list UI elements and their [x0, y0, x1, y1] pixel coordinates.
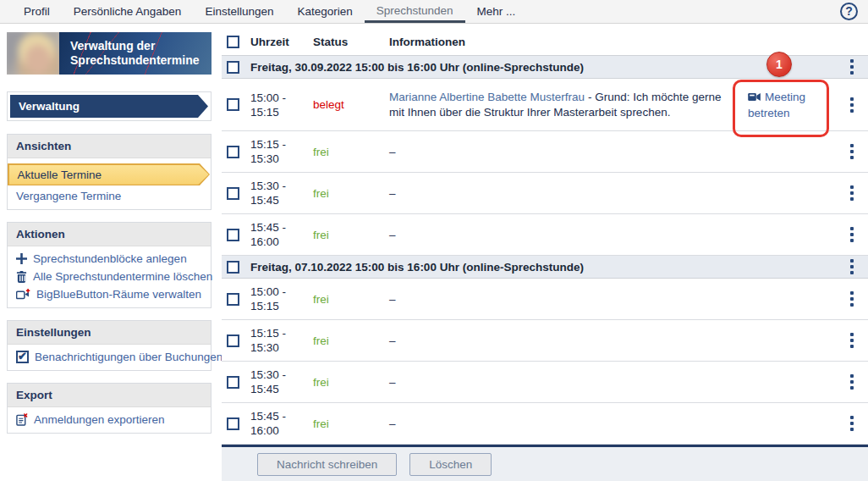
kebab-menu-icon[interactable] — [844, 182, 860, 204]
setting-benachrichtigungen[interactable]: Benachrichtigungen über Buchungen — [8, 348, 211, 366]
col-header-status: Status — [313, 29, 389, 55]
group-header-row: Freitag, 30.09.2022 15:00 bis 16:00 Uhr … — [222, 56, 868, 79]
row-checkbox[interactable] — [227, 376, 239, 389]
row-checkbox[interactable] — [227, 334, 239, 347]
student-name-link[interactable]: Marianne Albertine Babette Musterfrau — [389, 91, 585, 103]
status-badge: frei — [313, 223, 389, 247]
tab-mehr[interactable]: Mehr ... — [465, 0, 528, 23]
page-title: Verwaltung der Sprechstundentermine — [59, 32, 212, 75]
group-checkbox[interactable] — [227, 61, 239, 74]
sidebar-banner: Verwaltung der Sprechstundentermine — [7, 32, 212, 75]
help-icon[interactable] — [840, 3, 858, 20]
section-title: Export — [8, 384, 211, 407]
active-item-label: Aktuelle Termine — [18, 169, 102, 181]
status-badge: belegt — [313, 92, 389, 117]
sprechstunden-page: Profil Persönliche Angaben Einstellungen… — [0, 0, 868, 481]
kebab-menu-icon[interactable] — [844, 371, 860, 393]
select-all-checkbox[interactable] — [227, 36, 239, 48]
col-header-informationen: Informationen — [389, 29, 739, 55]
kebab-menu-icon[interactable] — [844, 141, 860, 163]
delete-button[interactable]: Löschen — [409, 453, 492, 476]
tab-einstellungen[interactable]: Einstellungen — [193, 0, 285, 23]
trash-icon — [16, 271, 27, 283]
group-header-label: Freitag, 30.09.2022 15:00 bis 16:00 Uhr … — [250, 57, 839, 78]
appointments-table: Uhrzeit Status Informationen Freitag, 30… — [222, 29, 868, 481]
section-title: Ansichten — [8, 135, 211, 158]
meeting-join-link[interactable]: Meeting betreten — [739, 89, 821, 121]
row-checkbox[interactable] — [227, 98, 239, 111]
tab-sprechstunden[interactable]: Sprechstunden — [365, 0, 465, 23]
sidebar-nav-label: Verwaltung — [19, 100, 80, 113]
sidebar-item-verwaltung[interactable]: Verwaltung — [10, 95, 208, 118]
section-einstellungen: Einstellungen Benachrichtigungen über Bu… — [7, 320, 212, 371]
status-badge: frei — [313, 412, 389, 436]
kebab-menu-icon[interactable] — [844, 288, 860, 310]
appointment-info: Marianne Albertine Babette Musterfrau - … — [389, 84, 739, 126]
kebab-menu-icon[interactable] — [844, 256, 860, 278]
export-file-icon — [16, 413, 28, 426]
appointment-info: – — [389, 329, 739, 353]
action-anmeldungen-exportieren[interactable]: Anmeldungen exportieren — [8, 411, 211, 428]
group-checkbox[interactable] — [227, 261, 239, 274]
sidebar-nav-box: Verwaltung — [7, 91, 212, 121]
tab-kategorien[interactable]: Kategorien — [285, 0, 364, 23]
video-camera-icon — [748, 92, 761, 102]
appointment-info: – — [389, 181, 739, 206]
row-checkbox[interactable] — [227, 146, 239, 158]
row-checkbox[interactable] — [227, 229, 239, 241]
status-badge: frei — [313, 140, 389, 164]
sidebar: Verwaltung der Sprechstundentermine Verw… — [7, 32, 212, 445]
table-row: 15:30 -15:45 frei – — [222, 173, 868, 214]
group-header-label: Freitag, 07.10.2022 15:00 bis 16:00 Uhr … — [250, 257, 839, 278]
row-checkbox[interactable] — [227, 293, 239, 306]
appointment-info: – — [389, 223, 739, 247]
table-header-row: Uhrzeit Status Informationen — [222, 29, 868, 56]
video-camera-plus-icon — [16, 289, 30, 300]
col-header-uhrzeit: Uhrzeit — [250, 29, 313, 55]
section-ansichten: Ansichten Aktuelle Termine Vergangene Te… — [7, 134, 212, 210]
tab-profil[interactable]: Profil — [12, 0, 62, 23]
appointment-info: – — [389, 140, 739, 164]
write-message-button[interactable]: Nachricht schreiben — [257, 453, 397, 476]
status-badge: frei — [313, 181, 389, 206]
kebab-menu-icon[interactable] — [844, 329, 860, 351]
appointment-info: – — [389, 287, 739, 312]
time-range: 15:00 - — [250, 91, 313, 105]
section-aktionen: Aktionen Sprechstundenblöcke anlegen All… — [7, 222, 212, 308]
section-export: Export Anmeldungen exportieren — [7, 383, 212, 434]
plus-icon — [16, 253, 27, 264]
section-title: Einstellungen — [8, 321, 211, 345]
table-row: 15:45 -16:00 frei – — [222, 403, 868, 445]
kebab-menu-icon[interactable] — [844, 224, 860, 246]
status-badge: frei — [313, 287, 389, 312]
avatar — [7, 32, 59, 75]
status-badge: frei — [313, 329, 389, 353]
action-sprechstundenbloecke-anlegen[interactable]: Sprechstundenblöcke anlegen — [8, 250, 211, 268]
action-alle-termine-loeschen[interactable]: Alle Sprechstundentermine löschen — [8, 268, 211, 285]
row-checkbox[interactable] — [227, 187, 239, 200]
appointment-info: – — [389, 412, 739, 436]
table-row: 15:15 -15:30 frei – — [222, 131, 868, 173]
notifications-checkbox[interactable] — [16, 351, 29, 363]
table-row: 15:15 -15:30 frei – — [222, 320, 868, 362]
action-bigbluebutton-raeume[interactable]: BigBlueButton-Räume verwalten — [8, 285, 211, 303]
section-title: Aktionen — [8, 223, 211, 246]
top-nav-tabs: Profil Persönliche Angaben Einstellungen… — [12, 0, 527, 23]
status-badge: frei — [313, 370, 389, 395]
sidebar-item-aktuelle-termine[interactable]: Aktuelle Termine — [8, 163, 210, 185]
tab-persoenliche-angaben[interactable]: Persönliche Angaben — [62, 0, 194, 23]
table-row: 15:30 -15:45 frei – — [222, 362, 868, 403]
table-footer: Nachricht schreiben Löschen — [222, 445, 868, 481]
appointment-info: – — [389, 370, 739, 395]
table-row: 15:00 -15:15 belegt Marianne Albertine B… — [222, 79, 868, 131]
row-checkbox[interactable] — [227, 417, 239, 430]
top-navbar: Profil Persönliche Angaben Einstellungen… — [0, 0, 868, 24]
kebab-menu-icon[interactable] — [844, 94, 860, 116]
table-row: 15:00 -15:15 frei – — [222, 279, 868, 320]
sidebar-item-vergangene-termine[interactable]: Vergangene Termine — [8, 187, 211, 205]
kebab-menu-icon[interactable] — [844, 412, 860, 434]
table-row: 15:45 -16:00 frei – — [222, 214, 868, 256]
kebab-menu-icon[interactable] — [844, 56, 860, 78]
group-header-row: Freitag, 07.10.2022 15:00 bis 16:00 Uhr … — [222, 256, 868, 279]
